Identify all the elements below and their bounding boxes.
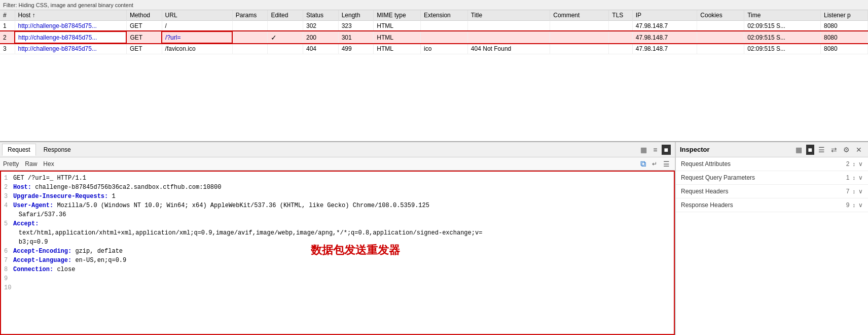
request-line: 4 User-Agent: Mozilla/5.0 (Windows NT 10… bbox=[4, 201, 671, 219]
col-comment: Comment bbox=[550, 10, 609, 21]
request-lines: 1 GET /?url=_ HTTP/1.12 Host: challenge-… bbox=[4, 174, 671, 292]
sub-tabs-bar: Pretty Raw Hex ⧉ ↵ ☰ bbox=[0, 157, 675, 171]
col-edited: Edited bbox=[268, 10, 303, 21]
col-extension: Extension bbox=[421, 10, 468, 21]
request-line: 10 bbox=[4, 283, 671, 292]
bottom-panel: Request Response ▦ ≡ ■ Pretty Raw Hex ⧉ … bbox=[0, 142, 868, 335]
tabs-left: Request Response bbox=[2, 144, 77, 156]
inspector-title: Inspector bbox=[680, 146, 710, 153]
col-time: Time bbox=[744, 10, 821, 21]
inspector-row[interactable]: Response Headers9↕∨ bbox=[676, 198, 868, 212]
col-url[interactable]: URL bbox=[162, 10, 232, 21]
sub-tabs-icons: ⧉ ↵ ☰ bbox=[638, 158, 672, 170]
menu-lines-icon[interactable]: ☰ bbox=[661, 159, 672, 169]
wrap-icon[interactable]: ↵ bbox=[650, 159, 659, 169]
col-params: Params bbox=[232, 10, 268, 21]
inspector-header: Inspector ▦ ■ ☰ ⇄ ⚙ ✕ bbox=[676, 142, 868, 157]
square-icon[interactable]: ■ bbox=[662, 145, 671, 155]
filter-text: Filter: Hiding CSS, image and general bi… bbox=[3, 2, 133, 8]
col-title: Title bbox=[467, 10, 550, 21]
sub-tab-pretty[interactable]: Pretty bbox=[3, 159, 19, 169]
copy-icon[interactable]: ⧉ bbox=[638, 158, 648, 170]
inspector-rows: Request Attributes2↕∨Request Query Param… bbox=[676, 157, 868, 212]
inspector-row[interactable]: Request Headers7↕∨ bbox=[676, 185, 868, 198]
grid-icon-2[interactable]: ≡ bbox=[651, 145, 659, 155]
table-row[interactable]: 1http://challenge-b87845d75...GET/302323… bbox=[0, 21, 868, 32]
tabs-icons: ▦ ≡ ■ bbox=[638, 145, 673, 155]
request-line: 6 Accept-Encoding: gzip, deflate bbox=[4, 247, 671, 256]
tab-response[interactable]: Response bbox=[38, 144, 77, 156]
table-header-row: # Host ↑ Method URL Params Edited Status… bbox=[0, 10, 868, 21]
table-row[interactable]: 2http://challenge-b87845d75...GET/?url=✓… bbox=[0, 31, 868, 43]
sub-tab-raw[interactable]: Raw bbox=[25, 159, 37, 169]
request-line: 3 Upgrade-Insecure-Requests: 1 bbox=[4, 192, 671, 201]
inspector-grid2-icon[interactable]: ■ bbox=[806, 145, 814, 155]
inspector-close-icon[interactable]: ✕ bbox=[854, 145, 864, 155]
request-line: 7 Accept-Language: en-US,en;q=0.9 bbox=[4, 256, 671, 265]
inspector-row[interactable]: Request Query Parameters1↕∨ bbox=[676, 171, 868, 185]
inspector-section: Inspector ▦ ■ ☰ ⇄ ⚙ ✕ Request Attributes… bbox=[675, 142, 868, 335]
grid-icon-1[interactable]: ▦ bbox=[638, 145, 649, 155]
inspector-lines-icon[interactable]: ☰ bbox=[816, 145, 827, 155]
inspector-grid1-icon[interactable]: ▦ bbox=[793, 145, 804, 155]
request-line: 8 Connection: close bbox=[4, 265, 671, 274]
col-mime: MIME type bbox=[374, 10, 421, 21]
table-body: 1http://challenge-b87845d75...GET/302323… bbox=[0, 21, 868, 54]
col-status: Status bbox=[303, 10, 339, 21]
table-row[interactable]: 3http://challenge-b87845d75...GET/favico… bbox=[0, 43, 868, 54]
col-tls: TLS bbox=[609, 10, 632, 21]
requests-table: # Host ↑ Method URL Params Edited Status… bbox=[0, 10, 868, 54]
sub-tab-hex[interactable]: Hex bbox=[43, 159, 54, 169]
inspector-split-icon[interactable]: ⇄ bbox=[829, 145, 839, 155]
inspector-row[interactable]: Request Attributes2↕∨ bbox=[676, 157, 868, 171]
col-listener: Listener p bbox=[821, 10, 868, 21]
request-line: 1 GET /?url=_ HTTP/1.1 bbox=[4, 174, 671, 183]
col-host[interactable]: Host ↑ bbox=[15, 10, 126, 21]
request-section: Request Response ▦ ≡ ■ Pretty Raw Hex ⧉ … bbox=[0, 142, 675, 335]
main-tabs-bar: Request Response ▦ ≡ ■ bbox=[0, 142, 675, 157]
sub-tabs-left: Pretty Raw Hex bbox=[3, 159, 54, 169]
request-line: 9 bbox=[4, 274, 671, 283]
tab-request[interactable]: Request bbox=[2, 144, 36, 156]
col-method[interactable]: Method bbox=[126, 10, 162, 21]
table-area: # Host ↑ Method URL Params Edited Status… bbox=[0, 10, 868, 142]
col-cookies: Cookies bbox=[697, 10, 744, 21]
filter-bar: Filter: Hiding CSS, image and general bi… bbox=[0, 0, 868, 10]
inspector-settings-icon[interactable]: ⚙ bbox=[841, 145, 852, 155]
col-ip: IP bbox=[632, 10, 697, 21]
request-content: 数据包发送重发器 1 GET /?url=_ HTTP/1.12 Host: c… bbox=[0, 171, 675, 335]
request-line: 5 Accept: text/html,application/xhtml+xm… bbox=[4, 219, 671, 247]
col-num: # bbox=[0, 10, 15, 21]
col-length: Length bbox=[338, 10, 374, 21]
inspector-header-icons: ▦ ■ ☰ ⇄ ⚙ ✕ bbox=[793, 145, 864, 155]
request-line: 2 Host: challenge-b87845d756b36ca2.sandb… bbox=[4, 183, 671, 192]
